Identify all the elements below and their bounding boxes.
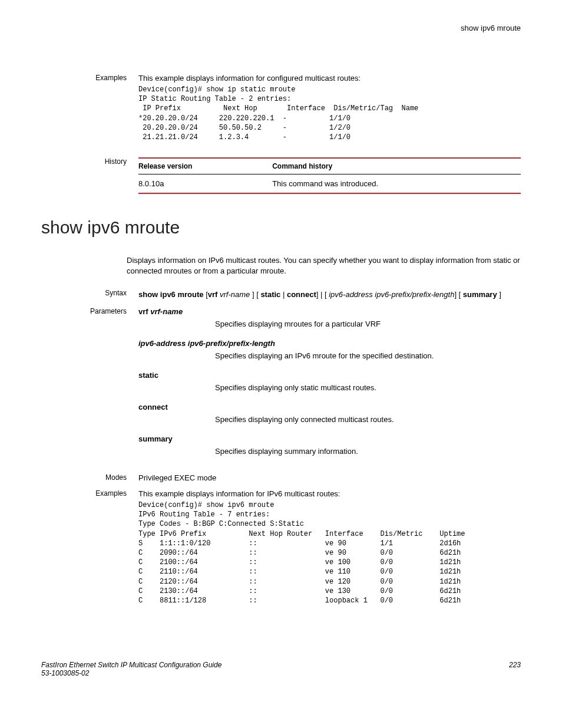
history-col-desc: Command history bbox=[272, 158, 521, 174]
parameters-label: Parameters bbox=[41, 307, 138, 466]
examples2-label: Examples bbox=[41, 489, 138, 614]
syntax-summary: summary bbox=[463, 290, 497, 299]
parameter-name: ipv6-address ipv6-prefix/prefix-length bbox=[138, 339, 521, 348]
examples-label: Examples bbox=[41, 74, 138, 150]
syntax-addr: ipv6-address ipv6-prefix/prefix-length bbox=[329, 290, 454, 299]
parameter-block: ipv6-address ipv6-prefix/prefix-lengthSp… bbox=[138, 339, 521, 360]
history-table: Release version Command history 8.0.10a … bbox=[138, 157, 521, 194]
parameter-block: staticSpecifies displaying only static m… bbox=[138, 371, 521, 392]
history-desc: This command was introduced. bbox=[272, 174, 521, 194]
syntax-vrfname: vrf-name bbox=[220, 290, 250, 299]
examples2-code-block: Device(config)# show ipv6 mroute IPv6 Ro… bbox=[138, 500, 521, 605]
parameter-block: connectSpecifies displaying only connect… bbox=[138, 403, 521, 424]
parameter-name: static bbox=[138, 371, 521, 380]
footer-docnum: 53-1003085-02 bbox=[41, 669, 222, 677]
parameter-name: summary bbox=[138, 434, 521, 443]
page-footer: FastIron Ethernet Switch IP Multicast Co… bbox=[41, 661, 521, 677]
modes-text: Privileged EXEC mode bbox=[138, 473, 521, 482]
parameter-block: vrf vrf-nameSpecifies displaying mroutes… bbox=[138, 307, 521, 328]
history-version: 8.0.10a bbox=[138, 174, 272, 194]
history-col-version: Release version bbox=[138, 158, 272, 174]
syntax-static: static bbox=[260, 290, 280, 299]
page-header-right: show ipv6 mroute bbox=[41, 24, 521, 32]
examples-intro: This example displays information for co… bbox=[138, 74, 521, 83]
syntax-cmd: show ipv6 mroute bbox=[138, 290, 204, 299]
history-label: History bbox=[41, 157, 138, 194]
syntax-text: show ipv6 mroute [vrf vrf-name ] [ stati… bbox=[138, 289, 521, 301]
modes-label: Modes bbox=[41, 473, 138, 482]
syntax-label: Syntax bbox=[41, 289, 138, 301]
syntax-vrf: vrf bbox=[208, 290, 218, 299]
parameter-name: connect bbox=[138, 403, 521, 411]
examples-code-block: Device(config)# show ip static mroute IP… bbox=[138, 85, 521, 142]
footer-title: FastIron Ethernet Switch IP Multicast Co… bbox=[41, 661, 222, 669]
parameter-desc: Specifies displaying only connected mult… bbox=[215, 415, 521, 424]
command-title: show ipv6 mroute bbox=[41, 218, 521, 238]
parameter-desc: Specifies displaying an IPv6 mroute for … bbox=[215, 351, 521, 360]
parameter-block: summarySpecifies displaying summary info… bbox=[138, 434, 521, 456]
examples2-intro: This example displays information for IP… bbox=[138, 489, 521, 498]
syntax-connect: connect bbox=[287, 290, 316, 299]
parameter-desc: Specifies displaying only static multica… bbox=[215, 383, 521, 392]
parameter-name: vrf vrf-name bbox=[138, 307, 521, 316]
parameter-desc: Specifies displaying mroutes for a parti… bbox=[215, 319, 521, 328]
parameter-desc: Specifies displaying summary information… bbox=[215, 447, 521, 456]
footer-pagenum: 223 bbox=[509, 661, 521, 677]
command-intro: Displays information on IPv6 multicast r… bbox=[127, 255, 521, 276]
